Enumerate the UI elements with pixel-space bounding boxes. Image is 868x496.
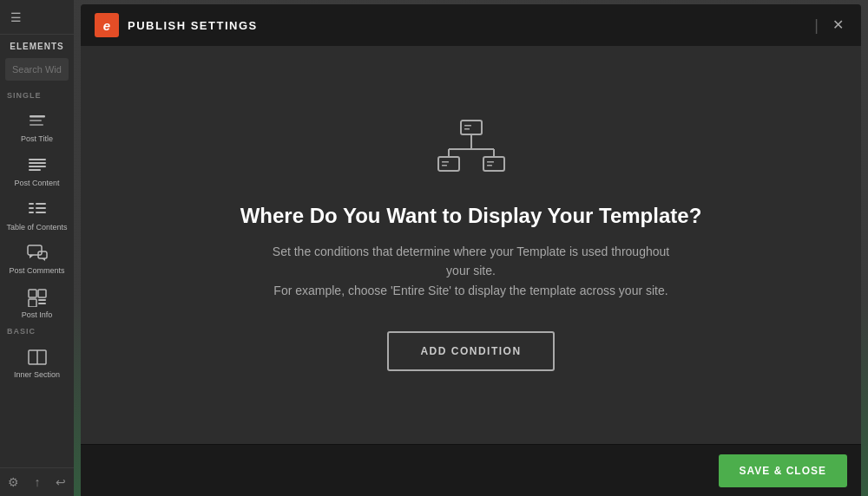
template-display-icon <box>437 119 506 179</box>
svg-rect-2 <box>30 124 43 126</box>
post-title-icon <box>24 110 50 133</box>
modal-heading: Where Do You Want to Display Your Templa… <box>240 204 702 228</box>
sidebar-item-post-content[interactable]: Post Content <box>0 147 74 192</box>
svg-rect-26 <box>483 157 504 171</box>
modal-divider: | <box>814 16 819 35</box>
svg-rect-1 <box>30 120 42 121</box>
sidebar-footer: ⚙ ↑ ↩ <box>0 467 74 496</box>
post-content-icon <box>24 154 50 177</box>
section-label-basic: BASIC <box>0 323 74 339</box>
modal-close-button[interactable]: ✕ <box>829 15 847 36</box>
sidebar-item-post-title-label: Post Title <box>21 134 53 144</box>
sidebar: ☰ Elements SINGLE Post Title Post Conten… <box>0 0 74 496</box>
svg-rect-5 <box>29 166 46 167</box>
svg-rect-7 <box>29 203 34 205</box>
svg-rect-3 <box>29 159 46 160</box>
svg-rect-20 <box>38 299 46 301</box>
svg-rect-12 <box>36 212 46 213</box>
svg-rect-21 <box>38 303 46 304</box>
sidebar-item-post-title[interactable]: Post Title <box>0 103 74 147</box>
svg-rect-6 <box>29 169 41 171</box>
svg-rect-18 <box>38 290 46 297</box>
modal-footer: SAVE & CLOSE <box>81 444 861 496</box>
svg-rect-10 <box>36 207 46 209</box>
hamburger-icon[interactable]: ☰ <box>10 10 22 24</box>
publish-settings-modal: e PUBLISH SETTINGS | ✕ <box>81 4 861 496</box>
elementor-icon-letter: e <box>103 18 110 33</box>
svg-rect-34 <box>442 165 447 166</box>
modal-title: PUBLISH SETTINGS <box>128 19 814 32</box>
modal-description: Set the conditions that determine where … <box>263 242 680 300</box>
save-close-button[interactable]: SAVE & CLOSE <box>719 454 847 487</box>
svg-rect-32 <box>464 128 470 130</box>
modal-header: e PUBLISH SETTINGS | ✕ <box>81 4 861 46</box>
svg-rect-17 <box>29 290 36 297</box>
sidebar-title: Elements <box>0 35 74 55</box>
sidebar-item-post-comments[interactable]: Post Comments <box>0 235 74 279</box>
sidebar-item-table-of-contents[interactable]: Table of Contents <box>0 192 74 236</box>
svg-rect-19 <box>29 299 36 307</box>
sidebar-item-post-content-label: Post Content <box>14 179 59 188</box>
svg-rect-13 <box>28 245 42 255</box>
modal-description-line2: For example, choose 'Entire Site' to dis… <box>273 284 667 297</box>
sidebar-item-inner-section-label: Inner Section <box>14 370 60 380</box>
undo-icon[interactable]: ↩ <box>56 475 66 489</box>
sidebar-item-post-info-label: Post Info <box>22 310 53 320</box>
sidebar-item-post-info[interactable]: Post Info <box>0 279 74 323</box>
modal-body: Where Do You Want to Display Your Templa… <box>81 46 861 444</box>
svg-rect-36 <box>487 165 492 166</box>
sidebar-item-inner-section[interactable]: Inner Section <box>0 339 74 383</box>
svg-rect-25 <box>438 157 459 171</box>
sidebar-header: ☰ <box>0 0 74 35</box>
svg-rect-31 <box>464 125 471 127</box>
elementor-icon: e <box>95 13 119 37</box>
post-comments-icon <box>24 242 50 264</box>
search-input[interactable] <box>5 58 69 81</box>
svg-rect-0 <box>30 115 45 118</box>
svg-rect-33 <box>442 161 449 163</box>
section-label-single: SINGLE <box>0 88 74 103</box>
svg-rect-11 <box>29 212 34 213</box>
settings-icon[interactable]: ⚙ <box>8 475 19 489</box>
table-of-contents-icon <box>24 199 50 221</box>
sidebar-item-toc-label: Table of Contents <box>6 223 67 232</box>
svg-rect-4 <box>29 162 46 164</box>
svg-rect-9 <box>29 207 34 209</box>
upload-icon[interactable]: ↑ <box>34 475 40 489</box>
svg-rect-24 <box>461 121 482 134</box>
main-area: e PUBLISH SETTINGS | ✕ <box>74 0 868 496</box>
post-info-icon <box>24 286 50 309</box>
inner-section-icon <box>24 346 50 369</box>
svg-rect-8 <box>36 203 46 205</box>
add-condition-button[interactable]: ADD CONDITION <box>387 331 554 371</box>
svg-rect-35 <box>487 161 494 163</box>
modal-description-line1: Set the conditions that determine where … <box>273 245 669 277</box>
sidebar-item-post-comments-label: Post Comments <box>9 266 64 276</box>
